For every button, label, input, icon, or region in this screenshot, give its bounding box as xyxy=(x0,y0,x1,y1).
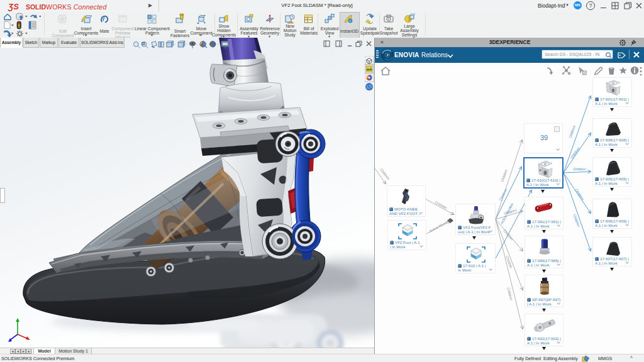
svg-text:-: - xyxy=(197,43,198,46)
svg-text:Children: Children xyxy=(379,168,391,180)
svg-text:►: ► xyxy=(28,349,31,353)
svg-text:-: - xyxy=(175,43,176,46)
svg-text:►: ► xyxy=(22,349,25,353)
svg-text:-: - xyxy=(218,43,219,46)
svg-text:◄: ◄ xyxy=(11,349,14,353)
svg-text:Children: Children xyxy=(572,214,580,228)
svg-text:Children: Children xyxy=(500,169,508,183)
svg-text:Children: Children xyxy=(574,188,585,201)
svg-text:Children: Children xyxy=(499,188,508,201)
svg-text:Children: Children xyxy=(570,146,580,160)
svg-text:-: - xyxy=(186,43,187,46)
svg-text:Children: Children xyxy=(502,229,514,241)
svg-text:-: - xyxy=(148,43,150,46)
svg-text:Children: Children xyxy=(568,125,576,139)
svg-text:◄: ◄ xyxy=(16,349,19,353)
svg-text:Children: Children xyxy=(506,287,513,301)
svg-text:Active Member: Active Member xyxy=(500,202,514,225)
svg-text:Active Member: Active Member xyxy=(429,219,452,233)
svg-text:-: - xyxy=(231,43,233,46)
svg-text:Children: Children xyxy=(573,167,586,171)
